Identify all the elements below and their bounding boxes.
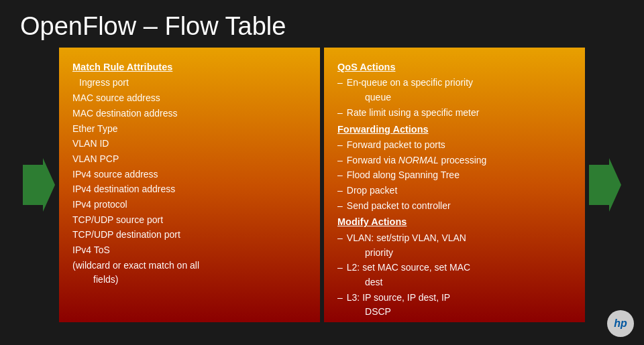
svg-marker-0: [23, 158, 55, 212]
item-text: Ingress port: [79, 76, 307, 90]
list-item: – L3: IP source, IP dest, IP DSCP: [337, 291, 572, 320]
list-item: – L2: set MAC source, set MAC dest: [337, 261, 572, 289]
list-item: – Rate limit using a specific meter: [337, 106, 572, 121]
item-text: IPv4 source address: [72, 167, 307, 182]
match-rule-heading: Match Rule Attributes: [72, 60, 307, 74]
item-text: Forward packet to ports: [347, 138, 572, 153]
dash-icon: –: [337, 153, 343, 168]
list-item: Ingress port: [72, 76, 307, 90]
item-text: L2: set MAC source, set MAC dest: [347, 261, 572, 289]
panel-gap: [320, 48, 322, 322]
item-text: VLAN PCP: [72, 152, 307, 167]
left-arrow-container: [19, 48, 59, 322]
dash-icon: –: [337, 261, 343, 275]
right-panel: QoS Actions – En-queue on a specific pri…: [324, 48, 585, 322]
svg-marker-1: [589, 158, 621, 212]
item-text: MAC destination address: [72, 107, 307, 121]
list-item: Ether Type: [72, 122, 307, 137]
item-text: Forward via NORMAL processing: [347, 153, 572, 168]
item-text: Drop packet: [347, 184, 572, 198]
list-item: – Flood along Spanning Tree: [337, 168, 572, 183]
list-item: (wildcard or exact match on all fields): [72, 259, 307, 287]
item-text: (wildcard or exact match on all fields): [72, 259, 307, 287]
item-text: IPv4 protocol: [72, 198, 307, 212]
content-area: Match Rule Attributes Ingress port MAC s…: [19, 48, 625, 322]
hp-logo-text: hp: [614, 318, 627, 330]
list-item: – En-queue on a specific priority queue: [337, 76, 572, 105]
title-area: OpenFlow – Flow Table: [0, 0, 644, 48]
dash-icon: –: [337, 184, 343, 198]
dash-icon: –: [337, 138, 343, 153]
dash-icon: –: [337, 76, 343, 90]
list-item: MAC source address: [72, 91, 307, 106]
list-item: VLAN PCP: [72, 152, 307, 167]
item-text: Send packet to controller: [347, 199, 572, 214]
qos-heading: QoS Actions: [337, 60, 572, 74]
item-text: VLAN ID: [72, 137, 307, 151]
item-text: Rate limit using a specific meter: [347, 106, 572, 121]
dash-icon: –: [337, 231, 343, 246]
list-item: IPv4 destination address: [72, 182, 307, 197]
item-text: Ether Type: [72, 122, 307, 137]
list-item: IPv4 protocol: [72, 198, 307, 212]
item-text: Flood along Spanning Tree: [347, 168, 572, 183]
forwarding-heading: Forwarding Actions: [337, 122, 572, 137]
right-arrow-icon: [589, 158, 621, 212]
dash-icon: –: [337, 291, 343, 305]
right-arrow-container: [585, 48, 625, 322]
slide-title: OpenFlow – Flow Table: [20, 12, 624, 41]
dash-icon: –: [337, 106, 343, 121]
item-text: TCP/UDP source port: [72, 213, 307, 228]
list-item: TCP/UDP destination port: [72, 228, 307, 243]
italic-text: NORMAL: [398, 155, 439, 165]
item-text: IPv4 destination address: [72, 182, 307, 197]
item-text: IPv4 ToS: [72, 243, 307, 258]
list-item: VLAN ID: [72, 137, 307, 151]
hp-logo: hp: [607, 310, 634, 337]
list-item: – Send packet to controller: [337, 199, 572, 214]
list-item: IPv4 source address: [72, 167, 307, 182]
item-text: VLAN: set/strip VLAN, VLAN priority: [347, 231, 572, 260]
item-text: MAC source address: [72, 91, 307, 106]
list-item: – Drop packet: [337, 184, 572, 198]
item-text: En-queue on a specific priority queue: [347, 76, 572, 105]
modify-heading: Modify Actions: [337, 214, 572, 229]
list-item: TCP/UDP source port: [72, 213, 307, 228]
list-item: – Forward packet to ports: [337, 138, 572, 153]
left-panel: Match Rule Attributes Ingress port MAC s…: [59, 48, 320, 322]
list-item: – VLAN: set/strip VLAN, VLAN priority: [337, 231, 572, 260]
dash-icon: –: [337, 199, 343, 214]
dash-icon: –: [337, 168, 343, 183]
left-arrow-icon: [23, 158, 55, 212]
list-item: MAC destination address: [72, 107, 307, 121]
slide: OpenFlow – Flow Table Match Rule Attribu…: [0, 0, 644, 345]
list-item: – Forward via NORMAL processing: [337, 153, 572, 168]
item-text: TCP/UDP destination port: [72, 228, 307, 243]
item-text: L3: IP source, IP dest, IP DSCP: [347, 291, 572, 320]
list-item: IPv4 ToS: [72, 243, 307, 258]
